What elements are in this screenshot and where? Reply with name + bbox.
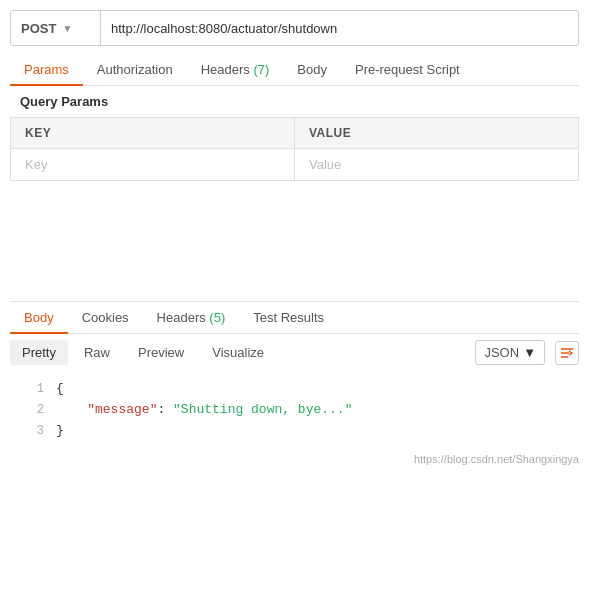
tab-response-body[interactable]: Body — [10, 302, 68, 333]
code-brace-close: } — [56, 421, 569, 442]
code-key-value: "message": "Shutting down, bye..." — [56, 400, 569, 421]
method-label: POST — [21, 21, 56, 36]
tab-prerequest[interactable]: Pre-request Script — [341, 54, 474, 85]
code-brace-open: { — [56, 379, 569, 400]
tab-headers[interactable]: Headers (7) — [187, 54, 284, 85]
json-key: "message" — [87, 402, 157, 417]
type-selector-label: JSON — [484, 345, 519, 360]
json-value: "Shutting down, bye..." — [173, 402, 352, 417]
key-placeholder-cell[interactable]: Key — [11, 149, 294, 180]
line-number-1: 1 — [20, 379, 44, 399]
tab-response-headers-count: (5) — [209, 310, 225, 325]
watermark: https://blog.csdn.net/Shangxingya — [0, 449, 589, 469]
code-line-3: 3 } — [20, 421, 569, 442]
tab-body[interactable]: Body — [283, 54, 341, 85]
tab-test-results[interactable]: Test Results — [239, 302, 338, 333]
tab-response-headers-label: Headers — [157, 310, 210, 325]
value-placeholder-cell[interactable]: Value — [294, 149, 578, 180]
line-number-2: 2 — [20, 400, 44, 420]
table-header: KEY VALUE — [11, 118, 578, 149]
request-tabs: Params Authorization Headers (7) Body Pr… — [10, 54, 579, 86]
query-params-header: Query Params — [10, 86, 579, 118]
format-preview[interactable]: Preview — [126, 340, 196, 365]
type-selector-chevron: ▼ — [523, 345, 536, 360]
tab-authorization[interactable]: Authorization — [83, 54, 187, 85]
params-table: KEY VALUE Key Value — [10, 118, 579, 181]
url-input[interactable] — [101, 21, 578, 36]
empty-space — [0, 181, 589, 301]
tab-params[interactable]: Params — [10, 54, 83, 85]
key-column-header: KEY — [11, 118, 294, 148]
type-selector[interactable]: JSON ▼ — [475, 340, 545, 365]
tab-cookies[interactable]: Cookies — [68, 302, 143, 333]
line-number-3: 3 — [20, 421, 44, 441]
format-pretty[interactable]: Pretty — [10, 340, 68, 365]
format-visualize[interactable]: Visualize — [200, 340, 276, 365]
response-tabs: Body Cookies Headers (5) Test Results — [10, 302, 579, 334]
wrap-icon[interactable] — [555, 341, 579, 365]
code-panel: 1 { 2 "message": "Shutting down, bye..."… — [10, 371, 579, 449]
code-line-1: 1 { — [20, 379, 569, 400]
table-row: Key Value — [11, 149, 578, 181]
format-raw[interactable]: Raw — [72, 340, 122, 365]
method-selector[interactable]: POST ▼ — [11, 11, 101, 45]
code-line-2: 2 "message": "Shutting down, bye..." — [20, 400, 569, 421]
chevron-down-icon: ▼ — [62, 23, 72, 34]
tab-headers-count: (7) — [253, 62, 269, 77]
response-toolbar: Pretty Raw Preview Visualize JSON ▼ — [10, 340, 579, 365]
json-separator: : — [157, 402, 173, 417]
tab-headers-label: Headers — [201, 62, 254, 77]
tab-response-headers[interactable]: Headers (5) — [143, 302, 240, 333]
url-bar: POST ▼ — [10, 10, 579, 46]
value-column-header: VALUE — [294, 118, 578, 148]
